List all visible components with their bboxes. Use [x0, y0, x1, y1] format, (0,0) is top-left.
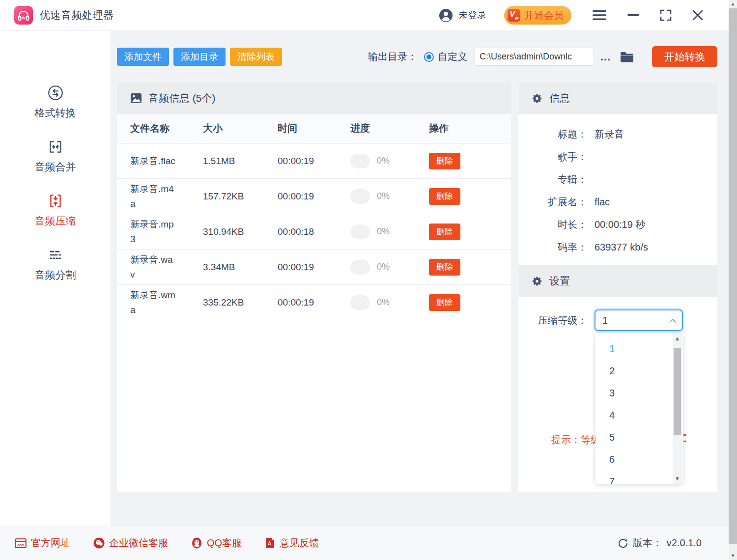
custom-radio[interactable] — [424, 52, 434, 62]
progress-percent: 0% — [377, 262, 390, 272]
col-file-name: 文件名称 — [130, 122, 203, 135]
file-name: 新录音.flac — [130, 154, 176, 168]
dropdown-option[interactable]: 5 — [595, 426, 683, 448]
dropdown-option[interactable]: 6 — [595, 448, 683, 471]
minimize-button[interactable] — [627, 8, 639, 23]
table-row: 新录音.flac 1.51MB 00:00:19 0% 删除 — [117, 143, 511, 179]
dropdown-option[interactable]: 2 — [595, 360, 683, 382]
login-status[interactable]: 未登录 — [458, 9, 486, 22]
output-path-input[interactable] — [475, 48, 594, 66]
progress-percent: 0% — [377, 191, 390, 201]
dropdown-scrollbar-thumb[interactable] — [674, 348, 681, 435]
field-label: 专辑： — [518, 173, 587, 186]
qq-support-link[interactable]: QQ客服 — [191, 536, 242, 550]
vip-badge-icon: VIP — [508, 9, 520, 22]
sidebar-item-label: 音频分割 — [35, 268, 76, 282]
progress-pill — [350, 154, 370, 168]
dropdown-option[interactable]: 3 — [595, 382, 683, 404]
audio-info-panel-header: 音频信息 (5个) — [117, 83, 511, 114]
format-convert-icon — [47, 84, 64, 102]
add-directory-button[interactable]: 添加目录 — [173, 48, 226, 66]
compress-level-select[interactable]: 1 — [595, 309, 683, 331]
delete-button[interactable]: 删除 — [429, 153, 460, 169]
open-vip-button[interactable]: VIP 开通会员 — [504, 6, 571, 25]
hamburger-icon — [592, 10, 607, 21]
dropdown-option[interactable]: 4 — [595, 404, 683, 426]
file-name: 新录音.mp3 — [130, 217, 176, 246]
delete-button[interactable]: 删除 — [429, 294, 460, 311]
settings-panel-header: 设置 — [518, 265, 717, 297]
scroll-up-arrow-icon[interactable]: ▲ — [673, 333, 682, 344]
version-info: 版本： v2.0.1.0 — [618, 536, 702, 550]
official-website-link[interactable]: .com 官方网址 — [15, 536, 70, 550]
avatar-icon[interactable] — [439, 8, 453, 23]
scrollbar-up-arrow-icon[interactable]: ▲ — [729, 0, 737, 8]
compress-level-row: 压缩等级： 1 — [518, 309, 717, 331]
field-value: 639377 kb/s — [595, 242, 648, 253]
info-panel-title: 信息 — [549, 91, 570, 105]
feedback-icon: A — [265, 537, 275, 549]
maximize-button[interactable] — [660, 8, 672, 23]
output-dir-label: 输出目录： — [368, 50, 417, 63]
field-value: 新录音 — [595, 128, 624, 141]
footer-link-label: QQ客服 — [207, 536, 242, 550]
settings-panel-title: 设置 — [549, 274, 570, 288]
folder-icon — [620, 51, 634, 63]
start-convert-button[interactable]: 开始转换 — [652, 46, 717, 67]
dropdown-option[interactable]: 1 — [595, 338, 683, 360]
window-scrollbar-thumb[interactable] — [729, 8, 737, 544]
col-action: 操作 — [429, 122, 511, 135]
qq-icon — [191, 537, 202, 549]
version-value: v2.0.1.0 — [667, 537, 702, 549]
selected-level-value: 1 — [602, 315, 608, 326]
info-panel-header: 信息 — [518, 83, 717, 114]
field-label: 扩展名： — [518, 196, 587, 209]
window-scrollbar[interactable]: ▲ ▼ — [729, 0, 737, 560]
delete-button[interactable]: 删除 — [429, 224, 460, 240]
sidebar-item-audio-split[interactable]: 音频分割 — [35, 246, 76, 282]
field-label: 时长： — [518, 218, 587, 231]
app-logo — [14, 6, 33, 25]
sidebar-item-audio-merge[interactable]: 音频合并 — [35, 138, 76, 174]
headphones-icon — [17, 9, 30, 22]
sidebar-item-format-convert[interactable]: 格式转换 — [35, 84, 76, 120]
refresh-icon[interactable] — [618, 538, 628, 549]
scroll-down-arrow-icon[interactable]: ▼ — [673, 473, 682, 484]
field-value: flac — [595, 196, 610, 208]
compress-level-dropdown: 1 2 3 4 5 6 7 ▲ ▼ — [595, 333, 683, 484]
add-file-button[interactable]: 添加文件 — [117, 48, 169, 66]
open-folder-button[interactable] — [620, 51, 634, 63]
audio-split-icon — [47, 246, 64, 264]
sidebar-item-label: 音频压缩 — [35, 214, 76, 228]
file-time: 00:00:18 — [278, 226, 350, 237]
sidebar-item-audio-compress[interactable]: 音频压缩 — [35, 192, 76, 228]
table-row: 新录音.wav 3.34MB 00:00:19 0% 删除 — [117, 250, 511, 285]
footer-link-label: 官方网址 — [31, 536, 70, 550]
table-row: 新录音.wma 335.22KB 00:00:19 0% 删除 — [117, 285, 511, 320]
dropdown-scrollbar[interactable]: ▲ ▼ — [673, 333, 682, 484]
table-column-header: 文件名称 大小 时间 进度 操作 — [117, 114, 511, 143]
progress-pill — [350, 224, 370, 239]
clear-list-button[interactable]: 清除列表 — [230, 48, 282, 66]
menu-button[interactable] — [592, 8, 607, 23]
app-window: 优速音频处理器 未登录 VIP 开通会员 — [0, 0, 737, 560]
custom-radio-label[interactable]: 自定义 — [438, 50, 467, 63]
delete-button[interactable]: 删除 — [429, 188, 460, 205]
gear-icon — [532, 276, 543, 287]
file-size: 1.51MB — [203, 156, 278, 167]
dropdown-option[interactable]: 7 — [595, 471, 683, 484]
col-progress: 进度 — [350, 122, 429, 135]
delete-button[interactable]: 删除 — [429, 259, 460, 276]
minimize-icon — [627, 14, 639, 17]
info-settings-panel: 信息 标题：新录音 歌手： 专辑： 扩展名：flac 时长：00:00:19 秒… — [518, 83, 717, 492]
close-button[interactable] — [692, 8, 703, 23]
browse-ellipsis-button[interactable]: … — [600, 51, 611, 63]
scrollbar-down-arrow-icon[interactable]: ▼ — [729, 552, 737, 560]
compress-level-label: 压缩等级： — [518, 314, 587, 327]
wechat-support-link[interactable]: 企业微信客服 — [93, 536, 168, 550]
file-size: 3.34MB — [203, 262, 278, 273]
table-row: 新录音.m4a 157.72KB 00:00:19 0% 删除 — [117, 179, 511, 214]
file-size: 157.72KB — [203, 191, 278, 202]
info-fields: 标题：新录音 歌手： 专辑： 扩展名：flac 时长：00:00:19 秒 码率… — [518, 114, 717, 258]
feedback-link[interactable]: A 意见反馈 — [265, 536, 319, 550]
